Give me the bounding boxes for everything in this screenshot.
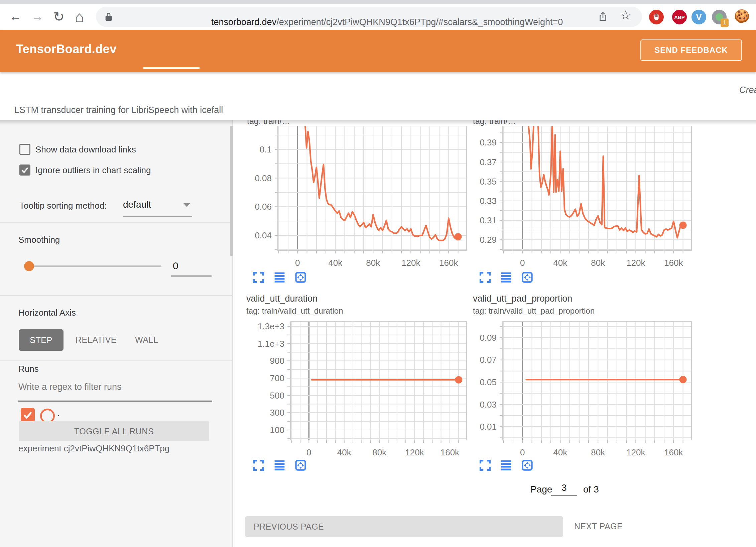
svg-text:80k: 80k: [591, 258, 605, 268]
svg-text:160k: 160k: [664, 258, 683, 268]
next-page-button[interactable]: NEXT PAGE: [574, 522, 623, 531]
smoothing-value[interactable]: 0: [173, 260, 178, 271]
tab-histograms[interactable]: HISTOGRAMS: [261, 75, 319, 84]
home-icon[interactable]: ⌂: [72, 9, 88, 25]
tooltip-sorting-underline: [123, 216, 192, 217]
scrollbar-thumb[interactable]: [230, 126, 233, 256]
v-extension-icon[interactable]: V: [691, 10, 706, 24]
log-scale-icon[interactable]: [274, 271, 285, 283]
chevron-down-icon[interactable]: [183, 203, 190, 207]
tab-hparams[interactable]: HPARAMS: [420, 75, 463, 84]
fit-domain-icon[interactable]: [295, 271, 306, 283]
abp-extension-icon[interactable]: ABP: [672, 10, 687, 24]
svg-text:120k: 120k: [401, 258, 420, 268]
svg-text:0.06: 0.06: [255, 202, 272, 212]
svg-text:0.04: 0.04: [255, 230, 272, 240]
svg-text:160k: 160k: [440, 447, 460, 457]
runs-filter-underline: [18, 401, 212, 402]
tab-graphs[interactable]: GRAPHS: [209, 75, 246, 84]
runs-filter-input[interactable]: Write a regex to filter runs: [18, 382, 122, 392]
chart-actions: [253, 459, 306, 471]
tab-distributions[interactable]: DISTRIBUTIONS: [336, 75, 404, 84]
chart-train-metric-1[interactable]: 0.10.080.060.04040k80k120k160k: [234, 125, 468, 269]
back-icon[interactable]: ←: [7, 9, 23, 25]
share-icon[interactable]: [597, 11, 609, 24]
window-top-strip: [0, 0, 756, 4]
svg-text:0: 0: [520, 447, 525, 457]
page-label: Page: [530, 484, 552, 495]
lock-icon: [103, 11, 114, 23]
expand-icon[interactable]: [479, 459, 491, 471]
svg-text:900: 900: [270, 356, 284, 366]
run-name: .: [57, 407, 60, 419]
axis-relative-button[interactable]: RELATIVE: [76, 335, 117, 345]
tooltip-sorting-select[interactable]: default: [123, 199, 151, 210]
svg-text:0.1: 0.1: [260, 144, 272, 154]
app-logo[interactable]: TensorBoard.dev: [16, 42, 117, 56]
chart-title-valid-utt-pad-proportion: valid_utt_pad_proportion: [473, 294, 572, 304]
smoothing-slider-track[interactable]: [25, 265, 161, 267]
svg-text:40k: 40k: [328, 258, 343, 268]
ignore-outliers-label: Ignore outliers in chart scaling: [35, 165, 151, 176]
forward-icon[interactable]: →: [29, 9, 45, 25]
svg-text:80k: 80k: [372, 447, 387, 457]
chart-actions: [479, 271, 533, 283]
svg-text:0.07: 0.07: [480, 355, 497, 365]
svg-text:0.03: 0.03: [480, 400, 497, 410]
profile-extension-icon[interactable]: 1: [712, 10, 727, 24]
tab-text[interactable]: TEXT: [479, 75, 501, 84]
svg-text:1.3e+3: 1.3e+3: [258, 321, 284, 331]
expand-icon[interactable]: [479, 271, 491, 283]
smoothing-label: Smoothing: [18, 235, 60, 245]
page-of-label: of 3: [583, 484, 599, 495]
svg-text:700: 700: [270, 373, 284, 383]
log-scale-icon[interactable]: [500, 271, 512, 283]
send-feedback-button[interactable]: SEND FEEDBACK: [640, 39, 742, 61]
svg-text:120k: 120k: [405, 447, 424, 457]
svg-text:40k: 40k: [553, 447, 568, 457]
svg-text:0.39: 0.39: [480, 137, 497, 147]
svg-text:0.35: 0.35: [480, 177, 497, 187]
experiment-title: LSTM transducer training for LibriSpeech…: [14, 105, 223, 115]
fit-domain-icon[interactable]: [521, 459, 533, 471]
log-scale-icon[interactable]: [274, 459, 285, 471]
bookmark-star-icon[interactable]: ☆: [620, 8, 631, 22]
chart-valid-utt-pad-proportion[interactable]: 0.090.070.050.030.01040k80k120k160k: [459, 318, 693, 459]
stop-hand-extension-icon[interactable]: [649, 10, 664, 24]
tab-scalars[interactable]: SCALARS: [152, 75, 194, 84]
axis-wall-button[interactable]: WALL: [135, 335, 158, 345]
run-checkbox[interactable]: [21, 408, 35, 422]
active-tab-underline: [143, 67, 200, 69]
show-download-links-checkbox[interactable]: [19, 144, 30, 155]
chart-actions: [479, 459, 533, 471]
ignore-outliers-checkbox[interactable]: [19, 165, 30, 176]
svg-text:0.29: 0.29: [480, 235, 497, 245]
svg-text:80k: 80k: [591, 447, 605, 457]
svg-text:40k: 40k: [337, 447, 352, 457]
reload-icon[interactable]: ↻: [51, 9, 67, 25]
log-scale-icon[interactable]: [500, 459, 512, 471]
toggle-all-runs-button[interactable]: TOGGLE ALL RUNS: [19, 421, 209, 441]
svg-text:0.01: 0.01: [480, 422, 497, 432]
axis-step-button[interactable]: STEP: [19, 329, 64, 351]
page-number-input[interactable]: [551, 482, 577, 496]
chart-train-metric-2[interactable]: 0.390.370.350.330.310.29040k80k120k160k: [459, 125, 693, 269]
svg-text:0.08: 0.08: [255, 173, 272, 183]
show-download-links-label: Show data download links: [35, 144, 136, 155]
svg-text:0: 0: [306, 447, 311, 457]
svg-text:0.31: 0.31: [480, 215, 497, 225]
fit-domain-icon[interactable]: [295, 459, 306, 471]
smoothing-slider-thumb[interactable]: [24, 261, 34, 271]
expand-icon[interactable]: [253, 271, 264, 283]
divider: [0, 295, 232, 296]
svg-text:0.33: 0.33: [480, 196, 497, 206]
fit-domain-icon[interactable]: [521, 271, 533, 283]
chart-tag-valid-utt-duration: tag: train/valid_utt_duration: [246, 306, 343, 316]
chart-valid-utt-duration[interactable]: 1.3e+31.1e+3900700500300100040k80k120k16…: [234, 318, 468, 459]
cookie-extension-icon[interactable]: 🍪: [734, 9, 750, 23]
previous-page-button[interactable]: PREVIOUS PAGE: [245, 516, 563, 537]
chart-title-valid-utt-duration: valid_utt_duration: [246, 294, 318, 304]
expand-icon[interactable]: [253, 459, 264, 471]
smoothing-value-underline: [171, 276, 212, 277]
address-bar[interactable]: tensorboard.dev/experiment/cj2vtPiwQHKN9…: [96, 7, 642, 27]
